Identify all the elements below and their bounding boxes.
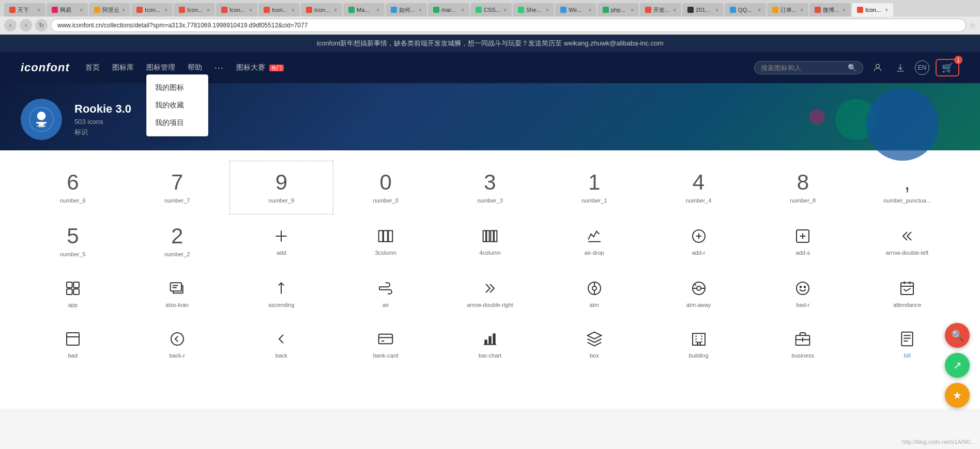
search-icon[interactable]: 🔍 <box>848 64 856 72</box>
tab-6[interactable]: Icon... × <box>216 3 257 17</box>
tab-9[interactable]: Ma... × <box>343 3 385 17</box>
icon-cell-atm-away[interactable]: atm-away <box>647 268 751 319</box>
svg-rect-54 <box>484 339 487 344</box>
dropdown-my-projects[interactable]: 我的项目 <box>147 114 208 132</box>
tab-4[interactable]: Icon... × <box>131 3 173 17</box>
cart-badge: 1 <box>954 56 962 64</box>
svg-rect-10 <box>389 230 393 241</box>
svg-point-41 <box>800 286 802 288</box>
nav-contest[interactable]: 图标大赛 热门 <box>236 63 284 72</box>
nav-manage-dropdown[interactable]: 图标管理 我的图标 我的收藏 我的项目 <box>146 61 175 74</box>
svg-rect-43 <box>901 283 913 295</box>
download-icon[interactable] <box>892 59 909 76</box>
icon-grid-row1: 6 number_6 7 number_7 9 number_9 0 numbe… <box>21 161 959 214</box>
dropdown-my-favorites[interactable]: 我的收藏 <box>147 97 208 114</box>
icon-cell-number6[interactable]: 6 number_6 <box>21 161 125 214</box>
icon-cell-ascending[interactable]: ascending <box>229 268 334 319</box>
address-input[interactable] <box>51 19 966 32</box>
tab-5[interactable]: Icon... × <box>174 3 215 17</box>
icon-cell-bank-card[interactable]: bank-card <box>333 319 438 369</box>
svg-rect-3 <box>36 122 47 123</box>
profile-name: Rookie 3.0 <box>74 102 131 116</box>
tab-20[interactable]: 微博... × <box>809 3 851 17</box>
icon-cell-number8[interactable]: 8 number_8 <box>751 161 855 214</box>
tab-15[interactable]: php... × <box>598 3 639 17</box>
cart-button[interactable]: 🛒 1 <box>936 59 959 76</box>
icon-cell-back-r[interactable]: back-r <box>125 319 229 369</box>
notification-bar: iconfont新年想搞新事情，缺各类前端开发攻城狮，想一同战斗与玩耍？发送简历… <box>0 35 980 52</box>
refresh-button[interactable]: ↻ <box>35 19 48 32</box>
back-button[interactable]: ‹ <box>4 19 17 32</box>
icon-cell-4column[interactable]: 4column <box>438 214 542 268</box>
browser-chrome: 天下 × 网易 × 阿里云 × Icon... × Icon... × Icon… <box>0 0 980 35</box>
icon-cell-bad-r[interactable]: bad-r <box>751 268 855 319</box>
language-icon[interactable]: EN <box>915 60 929 75</box>
icon-cell-arrow-double-left[interactable]: arrow-double-left <box>855 214 959 268</box>
tab-13[interactable]: She... × <box>513 3 554 17</box>
svg-rect-25 <box>73 289 79 295</box>
icon-cell-app[interactable]: app <box>21 268 125 319</box>
icon-cell-number5[interactable]: 5 number_5 <box>21 214 125 268</box>
tab-17[interactable]: 201... × <box>682 3 724 17</box>
tab-3[interactable]: 阿里云 × <box>89 3 130 17</box>
icon-cell-add-r[interactable]: add-r <box>647 214 751 268</box>
icon-cell-atm[interactable]: atm <box>542 268 647 319</box>
tab-14[interactable]: We... × <box>555 3 596 17</box>
tab-19[interactable]: 订单... × <box>767 3 808 17</box>
icon-cell-number-punctua[interactable]: , number_punctua... <box>855 161 959 214</box>
icon-cell-add-s[interactable]: add-s <box>751 214 855 268</box>
icon-cell-number1[interactable]: 1 number_1 <box>542 161 647 214</box>
icon-cell-also-loan[interactable]: also-loan <box>125 268 229 319</box>
tab-18[interactable]: QQ... × <box>725 3 766 17</box>
icon-cell-number4[interactable]: 4 number_4 <box>647 161 751 214</box>
icon-cell-bad[interactable]: bad <box>21 319 125 369</box>
tab-16[interactable]: 开发... × <box>640 3 681 17</box>
icon-cell-back[interactable]: back <box>229 319 334 369</box>
nav-manage-btn[interactable]: 图标管理 <box>146 61 175 74</box>
nav-help[interactable]: 帮助 <box>188 61 202 74</box>
svg-point-36 <box>697 286 701 290</box>
icon-grid-row2: 5 number_5 2 number_2 add 3column <box>21 214 959 268</box>
fab-search-button[interactable]: 🔍 <box>945 323 970 348</box>
icon-cell-bar-chart[interactable]: bar-chart <box>438 319 542 369</box>
icon-cell-number3[interactable]: 3 number_3 <box>438 161 542 214</box>
tab-1[interactable]: 天下 × <box>4 3 45 17</box>
svg-point-2 <box>37 112 46 120</box>
tab-12[interactable]: CSS... × <box>470 3 512 17</box>
icon-cell-number0[interactable]: 0 number_0 <box>333 161 438 214</box>
icon-cell-bill[interactable]: bill <box>855 319 959 369</box>
tab-11[interactable]: mar... × <box>428 3 469 17</box>
icon-cell-3column[interactable]: 3column <box>333 214 438 268</box>
search-input[interactable] <box>761 64 844 72</box>
icon-cell-number9[interactable]: 9 number_9 <box>229 161 334 214</box>
contest-badge: 热门 <box>269 65 284 71</box>
tab-2[interactable]: 网易 × <box>47 3 88 17</box>
icon-cell-box[interactable]: box <box>542 319 647 369</box>
icon-cell-number7[interactable]: 7 number_7 <box>125 161 229 214</box>
icon-cell-building[interactable]: building <box>647 319 751 369</box>
tab-10[interactable]: 如何... × <box>386 3 427 17</box>
tab-8[interactable]: Icon... × <box>301 3 342 17</box>
nav-more[interactable]: ··· <box>215 63 224 73</box>
icon-cell-add[interactable]: add <box>229 214 334 268</box>
nav-home[interactable]: 首页 <box>85 61 100 74</box>
dropdown-my-icons[interactable]: 我的图标 <box>147 79 208 97</box>
user-icon[interactable] <box>869 59 886 76</box>
icon-cell-attendance[interactable]: attendance <box>855 268 959 319</box>
forward-button[interactable]: › <box>20 19 32 32</box>
icon-cell-air[interactable]: air <box>333 268 438 319</box>
search-box[interactable]: 🔍 <box>754 61 863 74</box>
fab-share-button[interactable]: ↗ <box>945 353 970 378</box>
nav-library[interactable]: 图标库 <box>112 61 134 74</box>
fab-star-button[interactable]: ★ <box>945 383 970 408</box>
svg-rect-47 <box>67 333 79 345</box>
icon-cell-air-drop[interactable]: air-drop <box>542 214 647 268</box>
tab-7[interactable]: Icon... × <box>258 3 300 17</box>
icon-grid-row3: app also-loan ascending <box>21 268 959 319</box>
icon-cell-business[interactable]: business <box>751 319 855 369</box>
tab-active[interactable]: Icon... × <box>852 3 893 17</box>
icon-cell-number2[interactable]: 2 number_2 <box>125 214 229 268</box>
icon-cell-arrow-double-right[interactable]: arrow-double-right <box>438 268 542 319</box>
bookmark-icon[interactable]: ☆ <box>969 21 976 29</box>
site-logo: iconfont <box>21 61 70 74</box>
